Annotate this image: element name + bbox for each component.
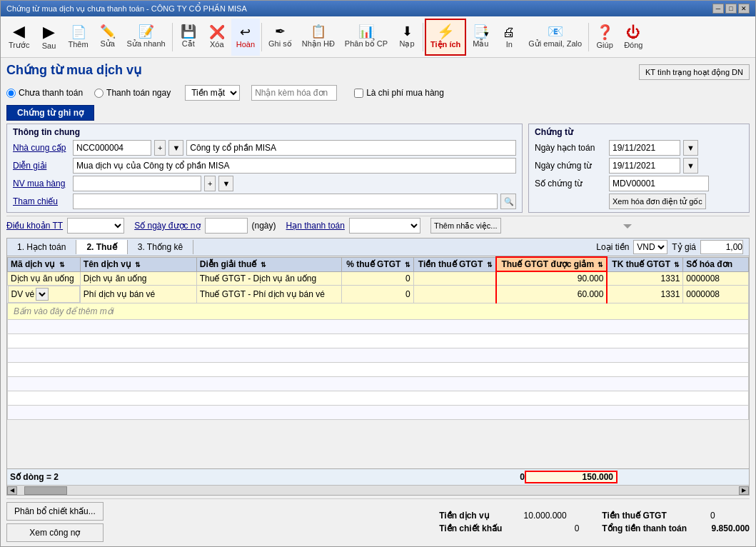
toolbar-template-label: Mẫu [473,39,488,49]
tab-thong-ke[interactable]: 3. Thống kê [128,240,193,254]
dieu-khoan-label[interactable]: Điều khoản TT [6,221,63,231]
han-tt-select[interactable] [349,218,420,234]
nv-mua-hang-input[interactable] [73,176,201,191]
tham-chieu-input[interactable] [73,194,498,209]
xem-hoa-don-button[interactable]: Xem hóa đơn điện tử gốc [609,194,706,209]
cell-tien-thue-2[interactable] [413,286,495,303]
cell-tk-thue[interactable]: 1331 [607,271,682,286]
loai-tien-select[interactable]: VND [633,240,667,254]
tham-chieu-label[interactable]: Tham chiếu [13,196,70,206]
chi-phi-checkbox[interactable]: Là chi phí mua hàng [354,88,444,98]
dien-giai-label[interactable]: Diễn giải [13,161,70,171]
payment-type-select[interactable]: Tiền mặt [185,85,240,101]
dien-giai-input[interactable] [73,158,516,174]
toolbar-edit[interactable]: ✏️ Sửa [94,19,122,56]
ngay-chung-tu-input[interactable] [609,158,680,174]
chung-tu-ghi-no-tab[interactable]: Chứng từ ghi nợ [6,105,94,121]
general-info-title: Thông tin chung [13,127,516,137]
them-nhac-button[interactable]: Thêm nhắc việc... [430,218,501,234]
maximize-button[interactable]: □ [725,4,737,14]
new-row[interactable]: Bấm vào đây để thêm mới [8,303,749,320]
toolbar-send-email[interactable]: 📧 Gửi email, Zalo [523,19,587,56]
cell-dien-giai-2[interactable]: Thuế GTGT - Phí dịch vụ bán vé [196,286,342,303]
toolbar-template[interactable]: 📑▼ Mẫu [466,19,495,56]
table-row[interactable]: Dịch vụ ăn uống Dịch vụ ăn uống Thuế GTG… [8,271,749,286]
scroll-track[interactable] [17,486,739,495]
cell-thue-giam-2[interactable]: 60.000 [496,286,608,303]
cell-ma-dv-2[interactable]: DV vé▼ [8,286,80,303]
cell-so-hoa-don-2[interactable]: 0000008 [683,286,749,303]
cell-so-hoa-don[interactable]: 0000008 [683,271,749,286]
ty-gia-input[interactable] [700,240,743,254]
nv-mua-hang-label[interactable]: NV mua hàng [13,179,70,189]
toolbar-add[interactable]: 📄 Thêm [63,19,93,56]
cell-ma-dv[interactable]: Dịch vụ ăn uống [8,271,81,286]
table-row[interactable]: DV vé▼ Phí dịch vụ bán vé Thuế GTGT - Ph… [8,286,749,303]
nha-cung-cap-code[interactable] [73,140,151,156]
new-row-label[interactable]: Bấm vào đây để thêm mới [8,303,749,320]
toolbar-alloc[interactable]: 📊 Phân bổ CP [340,19,393,56]
close-button[interactable]: ✕ [738,4,750,14]
sort-icon4: ⇅ [405,261,410,269]
cell-tien-thue[interactable] [413,271,495,286]
chung-tu-section: Chứng từ Ngày hạch toán ▼ Ngày chứng từ … [528,124,750,213]
chua-thanh-toan-option[interactable]: Chưa thanh toán [6,88,83,98]
scroll-thumb[interactable] [24,486,67,495]
tab-thue[interactable]: 2. Thuế [76,240,127,254]
toolbar-receive-hd[interactable]: 📋 Nhận HĐ [297,19,340,56]
dieu-khoan-select[interactable] [67,218,124,234]
cell-ten-dv[interactable]: Dịch vụ ăn uống [80,271,196,286]
nv-dropdown-button[interactable]: ▼ [218,176,233,191]
minimize-button[interactable]: ─ [712,4,724,14]
tien-chiet-khau-row: Tiền chiết khấu 0 [439,523,579,533]
nha-cung-cap-name[interactable] [186,140,516,156]
so-ngay-label[interactable]: Số ngày được nợ [134,221,200,231]
toolbar-edit-quick[interactable]: 📝 Sửa nhanh [122,19,171,56]
main-content: Chứng từ mua dịch vụ KT tình trạng hoạt … [1,58,755,546]
invoice-input[interactable] [251,85,337,101]
toolbar-forward[interactable]: ▶ Sau [34,19,63,56]
nha-cung-cap-add-button[interactable]: + [154,140,166,156]
so-ngay-input[interactable] [205,218,248,234]
title-bar: Chứng từ mua dịch vụ chưa thanh toán - C… [1,1,755,16]
tab-hach-toan[interactable]: 1. Hạch toán [7,240,76,254]
toolbar-utility[interactable]: ⚡ Tiện ích [425,19,466,56]
ngay-hach-toan-input[interactable] [609,140,680,156]
nha-cung-cap-label[interactable]: Nhà cung cấp [13,143,70,153]
ngay-hach-toan-calendar[interactable]: ▼ [683,140,698,156]
cell-tk-thue-2[interactable]: 1331 [607,286,682,303]
table-tab-bar: 1. Hạch toán 2. Thuế 3. Thống kê Loại ti… [7,239,749,256]
cell-dien-giai[interactable]: Thuế GTGT - Dịch vụ ăn uống [196,271,342,286]
nha-cung-cap-dropdown-button[interactable]: ▼ [168,140,183,156]
toolbar-load[interactable]: ⬇ Nạp [393,19,421,56]
toolbar-close[interactable]: ⏻ Đóng [619,19,647,56]
toolbar-cut[interactable]: 💾 Cắt [174,19,203,56]
phan-bo-chiet-khau-button[interactable]: Phân bổ chiết khấu... [6,502,104,521]
so-chung-tu-input[interactable] [609,176,709,191]
toolbar: ◀ Trước ▶ Sau 📄 Thêm ✏️ Sửa 📝 Sửa nhanh … [1,16,755,58]
payment-options-row: Chưa thanh toán Thanh toán ngay Tiền mặt… [6,85,750,101]
cell-ten-dv-2[interactable]: Phí dịch vụ bán vé [80,286,196,303]
so-chung-tu-label: Số chứng từ [535,179,606,189]
xem-cong-no-button[interactable]: Xem công nợ [6,523,104,542]
tien-dich-vu-label: Tiền dịch vụ [439,511,489,521]
toolbar-back[interactable]: ◀ Trước [4,19,34,56]
toolbar-undo[interactable]: ↩ Hoàn [231,19,260,56]
scroll-left-button[interactable]: ◀ [7,486,17,495]
han-tt-label[interactable]: Hạn thanh toán [286,221,345,231]
cell-phan-tram[interactable]: 0 [342,271,413,286]
tham-chieu-search-button[interactable]: 🔍 [500,194,516,209]
thanh-toan-ngay-option[interactable]: Thanh toán ngay [94,88,171,98]
kt-tinh-trang-button[interactable]: KT tình trạng hoạt động DN [639,64,750,80]
cell-phan-tram-2[interactable]: 0 [342,286,413,303]
toolbar-delete[interactable]: ❌ Xóa [203,19,231,56]
toolbar-print[interactable]: 🖨 In [495,19,523,56]
scroll-right-button[interactable]: ▶ [739,486,749,495]
toolbar-help[interactable]: ❓ Giúp [590,19,619,56]
ngay-chung-tu-calendar[interactable]: ▼ [683,158,698,174]
toolbar-write[interactable]: ✒ Ghi số [263,19,297,56]
horizontal-scrollbar[interactable]: ◀ ▶ [7,485,749,495]
dv-dropdown[interactable]: ▼ [36,288,49,301]
cell-thue-giam[interactable]: 90.000 [496,271,608,286]
nv-add-button[interactable]: + [204,176,216,191]
